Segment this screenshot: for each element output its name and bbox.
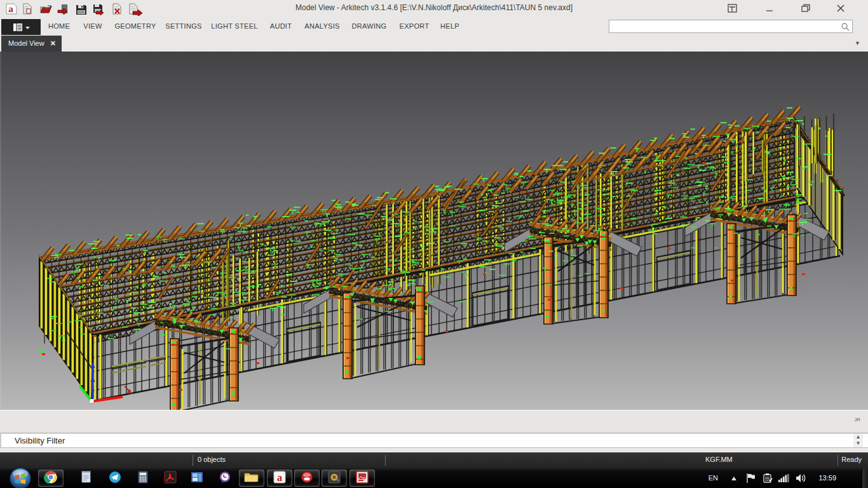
svg-text:a: a — [277, 471, 282, 482]
